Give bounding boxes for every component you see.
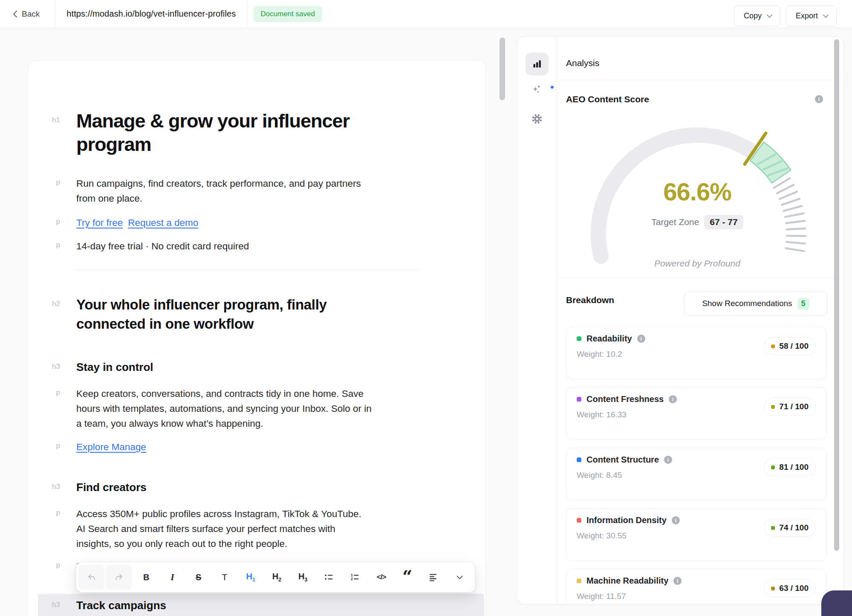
metric-score: 63 / 100 — [779, 584, 809, 593]
copy-button[interactable]: Copy — [734, 6, 780, 26]
score-status-dot — [771, 587, 775, 590]
align-button[interactable] — [420, 565, 446, 590]
block-type-marker: h3 — [28, 480, 76, 495]
toolbar-button-label: S — [196, 573, 201, 582]
panel-divider — [557, 80, 844, 80]
score-status-dot — [771, 344, 775, 348]
metric-label: Machine Readability — [586, 576, 668, 586]
block-h2: h2Your whole influencer program, finally… — [28, 295, 485, 333]
top-bar: Back https://modash.io/blog/vet-influenc… — [0, 0, 852, 28]
metric-color-dot — [577, 457, 581, 462]
info-icon[interactable]: i — [664, 456, 672, 464]
block-content[interactable]: Find creators — [76, 480, 429, 495]
ordered-list-icon: 12 — [350, 572, 360, 582]
show-recommendations-label: Show Recommendations — [702, 299, 792, 308]
block-type-marker: p — [28, 239, 76, 254]
block-h3: h3Track campaigns — [38, 594, 484, 616]
strikethrough-button[interactable]: S — [185, 565, 211, 590]
export-label: Export — [796, 12, 818, 20]
info-icon[interactable]: i — [637, 335, 645, 343]
divider-rule — [76, 270, 419, 270]
code-button[interactable]: </> — [368, 565, 394, 590]
target-zone-label: Target Zone — [651, 217, 699, 227]
block-content[interactable]: Run campaigns, find creators, track perf… — [76, 176, 429, 206]
notification-dot — [550, 85, 555, 90]
metric-score-pill[interactable]: 81 / 100 — [764, 458, 816, 476]
block-p: p14-day free trial · No credit card requ… — [28, 239, 485, 254]
score-value: 66.6% — [633, 177, 761, 206]
analysis-tab[interactable] — [526, 52, 549, 75]
block-content[interactable]: 14-day free trial · No credit card requi… — [76, 239, 429, 254]
toolbar-button-label: H2 — [272, 572, 282, 583]
italic-button[interactable]: I — [159, 565, 185, 590]
chevron-down-icon — [767, 14, 772, 18]
block-content[interactable]: Access 350M+ public profiles across Inst… — [76, 506, 429, 551]
bullet-list-icon — [324, 572, 334, 582]
metric-label: Content Freshness — [586, 394, 664, 404]
block-h3: h3Find creators — [28, 480, 485, 495]
show-recommendations-button[interactable]: Show Recommendations 5 — [684, 292, 827, 315]
metric-score: 81 / 100 — [779, 463, 809, 472]
breakdown-card: Information DensityiWeight: 30.5574 / 10… — [566, 508, 826, 561]
metric-color-dot — [577, 336, 581, 341]
block-type-marker: h2 — [28, 295, 76, 333]
score-status-dot — [771, 466, 775, 469]
chevron-down-icon — [823, 14, 829, 18]
block-content[interactable]: Stay in control — [76, 360, 429, 374]
panel-title: Analysis — [566, 58, 599, 68]
metric-score-pill[interactable]: 58 / 100 — [764, 337, 816, 355]
heading1-button[interactable]: H1 — [238, 565, 264, 590]
text-style-button[interactable]: T — [211, 565, 237, 590]
breakdown-card: Content StructureiWeight: 8.4581 / 100 — [566, 448, 826, 500]
toolbar-button-label: H3 — [298, 572, 308, 583]
block-content[interactable]: Explore Manage — [76, 440, 429, 454]
topbar-divider — [247, 0, 247, 28]
quote-button[interactable]: “ — [394, 565, 420, 590]
bullet-list-button[interactable] — [316, 565, 342, 590]
copy-label: Copy — [744, 12, 762, 20]
toolbar-button-label: T — [222, 572, 228, 582]
panel-divider — [557, 278, 844, 278]
redo-button[interactable] — [106, 565, 132, 590]
metric-score-pill[interactable]: 63 / 100 — [764, 579, 816, 597]
info-icon[interactable]: i — [673, 577, 682, 585]
more-formats-button[interactable] — [447, 565, 473, 590]
target-zone-range: 67 - 77 — [704, 215, 743, 229]
bold-button[interactable]: B — [133, 565, 159, 590]
inline-link[interactable]: Explore Manage — [76, 442, 146, 452]
chat-widget-corner[interactable] — [821, 590, 852, 616]
block-content[interactable]: Track campaigns — [76, 598, 429, 613]
metric-label: Readability — [586, 334, 632, 344]
document-editor[interactable]: h1Manage & grow your influencer programp… — [28, 61, 486, 616]
undo-button[interactable] — [78, 565, 104, 590]
editor-scrollbar[interactable] — [500, 38, 505, 100]
chevron-down-icon — [456, 576, 463, 579]
settings-tab[interactable] — [526, 107, 549, 130]
toolbar-button-label: B — [143, 573, 149, 582]
block-type-marker: p — [28, 215, 76, 230]
block-content[interactable]: Try for freeRequest a demo — [76, 215, 429, 230]
recommendations-count-badge: 5 — [797, 298, 809, 309]
block-content[interactable]: Your whole influencer program, finally c… — [76, 295, 429, 333]
inline-link[interactable]: Try for free — [76, 217, 123, 228]
block-content[interactable]: Manage & grow your influencer program — [76, 109, 429, 156]
heading2-button[interactable]: H2 — [264, 565, 290, 590]
metric-score-pill[interactable]: 71 / 100 — [764, 398, 816, 416]
block-p: pRun campaigns, find creators, track per… — [28, 176, 485, 206]
topbar-divider — [55, 0, 55, 28]
back-button[interactable]: Back — [13, 9, 40, 19]
block-type-marker: p — [28, 386, 76, 431]
ordered-list-button[interactable]: 12 — [342, 565, 368, 590]
info-icon[interactable]: i — [669, 395, 677, 403]
inline-link[interactable]: Request a demo — [128, 217, 198, 228]
block-content[interactable]: Keep creators, conversations, and contra… — [76, 386, 429, 431]
panel-scrollbar[interactable] — [834, 39, 839, 551]
breakdown-card: Content FreshnessiWeight: 16.3371 / 100 — [566, 387, 826, 440]
info-icon[interactable]: i — [672, 516, 680, 524]
ai-assistant-tab[interactable] — [526, 78, 549, 101]
export-button[interactable]: Export — [786, 6, 837, 26]
block-type-marker: h1 — [28, 109, 76, 156]
heading3-button[interactable]: H3 — [290, 565, 316, 590]
breakdown-card: Machine ReadabilityiWeight: 11.5763 / 10… — [566, 569, 826, 604]
metric-score-pill[interactable]: 74 / 100 — [764, 519, 816, 537]
